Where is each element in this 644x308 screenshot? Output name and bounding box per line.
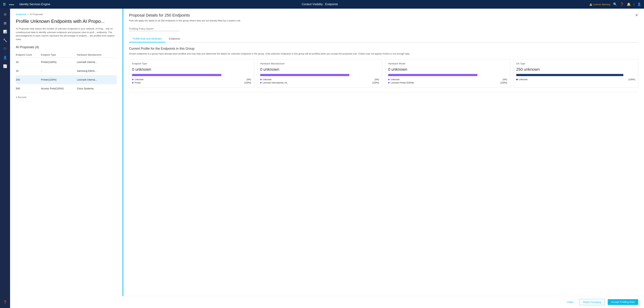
main-content: Endpoints > AI Proposals Profile Unknown… (10, 9, 644, 308)
main-layout: ⊞ ▦ 📊 🔧 🛡 👤 📈 ❓ Endpoints > AI Proposals… (0, 9, 644, 308)
current-profile-title: Current Profile for the Endpoints in thi… (129, 47, 638, 51)
row4-count: 500 (16, 87, 41, 90)
row1-type: Printer(100%) (41, 61, 77, 64)
row1-manufacturer: Lexmark Interna... (77, 61, 117, 64)
row2-count: 10 (16, 70, 41, 72)
legend-label-unknown-2: Unknown (391, 78, 400, 81)
bar-endpoint-type (132, 74, 222, 76)
user-icon[interactable]: 👤 (637, 2, 641, 6)
legend-label-lexmark-model-2: Lexmark-Printer-E260dn (391, 82, 414, 84)
dot-unknown-2 (388, 79, 390, 80)
row2-manufacturer: Samsung Electr... (77, 70, 117, 72)
legend-label-lexmark-1: Lexmark International, Inc. (263, 82, 288, 84)
legend-value-unknown-2: (0%) (502, 78, 507, 81)
card-hardware-model: Hardware Model 0 unknown Unknown (0%) (385, 59, 510, 88)
row3-type: Printer(100%) (41, 78, 77, 81)
table-header: Endpoint Count Endpoint Type Hardware Ma… (16, 52, 117, 58)
sidebar-item-analytics[interactable]: 📈 (2, 63, 8, 70)
close-button[interactable]: ✕ (635, 13, 638, 17)
col-endpoint-type: Endpoint Type (41, 54, 77, 56)
table-row[interactable]: 10 - Samsung Electr... (16, 67, 117, 75)
policy-name-input[interactable] (129, 27, 179, 31)
card-os-type: OS Type 250 unknown Unknown (100%) (513, 59, 638, 88)
dot-lexmark-1 (260, 82, 262, 84)
page-title: Profile Unknown Endpoints with AI Propo.… (16, 19, 117, 24)
legend-value-unknown-3: (100%) (628, 78, 635, 81)
sidebar-item-policy[interactable]: 🛡 (2, 45, 8, 53)
close-button[interactable]: Close (564, 299, 576, 305)
left-panel: Endpoints > AI Proposals Profile Unknown… (10, 9, 123, 308)
dot-unknown-0 (132, 79, 134, 80)
card-title-hardware-model: Hardware Model (388, 62, 507, 65)
sidebar-item-reports[interactable]: 📊 (2, 28, 8, 35)
divider (129, 92, 638, 92)
divider: | (634, 3, 634, 6)
page-description: AI Proposals help reduce the number of u… (16, 27, 117, 41)
legend-item: Printer (100%) (132, 82, 251, 84)
row3-manufacturer: Lexmark Interna... (77, 78, 117, 81)
panel-header: Proposal Details for 250 Endpoints ✕ (129, 13, 638, 18)
bell-icon[interactable]: 🔔 (627, 2, 631, 6)
bar-hardware-model (388, 74, 478, 76)
legend-item: Lexmark International, Inc. (100%) (260, 82, 379, 84)
legend-label-unknown-0: Unknown (134, 78, 144, 81)
sidebar-item-tools[interactable]: 🔧 (2, 37, 8, 44)
breadcrumb-endpoints[interactable]: Endpoints (16, 13, 26, 16)
legend-label-printer-0: Printer (134, 82, 141, 84)
legend-label-unknown-3: Unknown (519, 78, 528, 81)
row2-type: - (41, 70, 77, 72)
card-title-endpoint-type: Endpoint Type (132, 62, 251, 65)
sidebar-item-dashboard[interactable]: ▦ (2, 20, 8, 27)
bar-hardware-manufacturer (260, 74, 350, 76)
row4-type: Access Point(100%) (41, 87, 77, 90)
card-title-os-type: OS Type (516, 62, 636, 65)
legend-value-lexmark-model-2: (100%) (500, 82, 507, 84)
col-endpoint-count: Endpoint Count (16, 54, 41, 56)
svg-text:cisco: cisco (9, 4, 14, 6)
tabs: Profile Rule and Attributes Endpoints (129, 36, 638, 43)
page-context-title: Context Visibility . Endpoints (302, 3, 338, 6)
card-endpoint-type: Endpoint Type 0 unknown Unknown (0%) (129, 59, 254, 88)
tab-endpoints[interactable]: Endpoints (165, 36, 184, 43)
help-icon[interactable]: ❓ (620, 2, 624, 6)
warning-icon: ⚠️ (590, 3, 592, 6)
profile-cards: Endpoint Type 0 unknown Unknown (0%) (129, 59, 638, 88)
row4-manufacturer: Cisco Systems, (77, 87, 117, 90)
search-icon[interactable]: 🔍 (613, 2, 617, 6)
breadcrumb-ai-proposals: AI Proposals (30, 13, 43, 16)
current-profile-desc: Known endpoints in a group have already … (129, 52, 638, 56)
legend-item: Unknown (0%) (132, 78, 251, 81)
legend-item: Unknown (0%) (388, 78, 507, 81)
hamburger-menu[interactable]: ☰ (3, 2, 6, 6)
legend-value-unknown-0: (0%) (246, 78, 251, 81)
dot-unknown-3 (516, 79, 518, 80)
card-title-hardware-manufacturer: Hardware Manufacturer (260, 62, 379, 65)
app-title: Identity Services Engine (20, 3, 50, 6)
right-panel: Proposal Details for 250 Endpoints ✕ Rul… (123, 9, 644, 308)
sidebar-icons: ⊞ ▦ 📊 🔧 🛡 👤 📈 ❓ (0, 9, 10, 308)
tab-profile-rule[interactable]: Profile Rule and Attributes (129, 36, 165, 43)
dot-lexmark-model-2 (388, 82, 390, 84)
cisco-logo: cisco (9, 3, 16, 6)
legend-item: Unknown (0%) (260, 78, 379, 81)
legend-item: Unknown (100%) (516, 78, 636, 81)
legend-value-printer-0: (100%) (244, 82, 251, 84)
card-unknown-count-0: 0 unknown (132, 67, 251, 72)
license-warning[interactable]: ⚠️ License Warning (590, 3, 610, 6)
card-unknown-count-1: 0 unknown (260, 67, 379, 72)
sidebar-item-home[interactable]: ⊞ (2, 11, 8, 18)
dot-unknown-1 (260, 79, 262, 80)
table-row[interactable]: 500 Access Point(100%) Cisco Systems, (16, 84, 117, 93)
legend-value-lexmark-1: (100%) (372, 82, 379, 84)
table-row[interactable]: 250 Printer(100%) Lexmark Interna... (16, 75, 117, 84)
dot-printer-0 (132, 82, 134, 84)
accept-profiling-rule-button[interactable]: Accept Profiling Rule (608, 299, 638, 305)
sidebar-item-help[interactable]: ❓ (2, 299, 8, 306)
ai-proposals-title: AI Proposals (4) (16, 45, 117, 49)
legend-item: Lexmark-Printer-E260dn (100%) (388, 82, 507, 84)
table-row[interactable]: 10 Printer(100%) Lexmark Interna... (16, 58, 117, 67)
panel-title: Proposal Details for 250 Endpoints (129, 13, 190, 18)
sidebar-item-admin[interactable]: 👤 (2, 54, 8, 61)
reject-grouping-button[interactable]: Reject Grouping (579, 299, 605, 305)
card-hardware-manufacturer: Hardware Manufacturer 0 unknown Unknown … (257, 59, 382, 88)
